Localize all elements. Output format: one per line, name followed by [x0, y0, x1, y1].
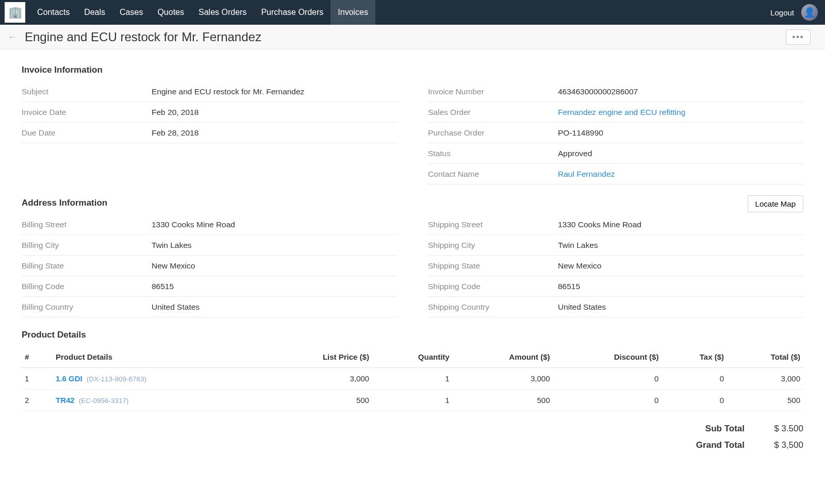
field-row: Billing Street1330 Cooks Mine Road	[22, 214, 397, 235]
nav-deals[interactable]: Deals	[77, 0, 112, 25]
total-value: $ 3,500	[757, 440, 803, 450]
col-discount: Discount ($)	[553, 346, 662, 368]
nav-purchase-orders[interactable]: Purchase Orders	[254, 0, 331, 25]
col-quantity: Quantity	[372, 346, 453, 368]
cell-list: 500	[260, 390, 372, 411]
locate-map-button[interactable]: Locate Map	[748, 195, 803, 212]
total-value: $ 3.500	[757, 424, 803, 434]
field-value[interactable]: Raul Fernandez	[558, 170, 615, 179]
product-code: (EC-0956-3317)	[79, 397, 129, 405]
field-label: Shipping Code	[428, 282, 558, 291]
field-value: United States	[558, 303, 606, 312]
field-value: Feb 20, 2018	[152, 108, 199, 117]
field-label: Billing State	[22, 261, 152, 271]
field-label: Status	[428, 149, 558, 158]
field-row: Contact NameRaul Fernandez	[428, 164, 803, 184]
field-value: Approved	[558, 149, 592, 158]
field-value: 1330 Cooks Mine Road	[152, 220, 235, 229]
field-row: Sales OrderFernandez engine and ECU refi…	[428, 102, 803, 123]
field-label: Invoice Date	[22, 108, 152, 117]
app-logo[interactable]: 🏢	[0, 0, 30, 25]
section-address-info: Address Information	[22, 198, 107, 208]
field-value: New Mexico	[152, 261, 195, 271]
product-link[interactable]: 1.6 GDI	[56, 374, 82, 383]
total-label: Grand Total	[696, 440, 745, 450]
section-product-details: Product Details	[22, 330, 803, 340]
nav-quotes[interactable]: Quotes	[150, 0, 191, 25]
nav-cases[interactable]: Cases	[112, 0, 150, 25]
field-label: Purchase Order	[428, 128, 558, 138]
cell-num: 2	[22, 390, 53, 411]
field-label: Shipping Country	[428, 303, 558, 312]
cell-total: 500	[727, 390, 803, 411]
cell-qty: 1	[372, 390, 453, 411]
field-label: Shipping State	[428, 261, 558, 271]
field-value: Twin Lakes	[558, 241, 598, 250]
table-row: 11.6 GDI(DX-113-909-6783)3,00013,000003,…	[22, 368, 803, 390]
col-total: Total ($)	[727, 346, 803, 368]
nav-tabs: ContactsDealsCasesQuotesSales OrdersPurc…	[30, 0, 375, 25]
table-row: 2TR42(EC-0956-3317)500150000500	[22, 390, 803, 411]
field-label: Billing City	[22, 241, 152, 250]
nav-sales-orders[interactable]: Sales Orders	[191, 0, 254, 25]
field-label: Billing Country	[22, 303, 152, 312]
col-list-price: List Price ($)	[260, 346, 372, 368]
field-row: Billing StateNew Mexico	[22, 256, 397, 276]
cell-product: TR42(EC-0956-3317)	[53, 390, 260, 411]
field-value: 86515	[558, 282, 580, 291]
field-row: SubjectEngine and ECU restock for Mr. Fe…	[22, 81, 397, 102]
field-label: Billing Street	[22, 220, 152, 229]
cell-num: 1	[22, 368, 53, 390]
field-value: New Mexico	[558, 261, 601, 271]
nav-invoices[interactable]: Invoices	[331, 0, 375, 25]
field-label: Invoice Number	[428, 87, 558, 96]
section-invoice-info: Invoice Information	[22, 65, 803, 75]
product-code: (DX-113-909-6783)	[87, 375, 146, 383]
cell-list: 3,000	[260, 368, 372, 390]
field-label: Sales Order	[428, 108, 558, 117]
field-value: Engine and ECU restock for Mr. Fernandez	[152, 87, 304, 96]
field-value: 1330 Cooks Mine Road	[558, 220, 641, 229]
field-row: Due DateFeb 28, 2018	[22, 123, 397, 143]
cell-tax: 0	[662, 368, 727, 390]
cell-discount: 0	[553, 390, 662, 411]
field-row: Shipping StateNew Mexico	[428, 256, 803, 276]
title-bar: ← Engine and ECU restock for Mr. Fernand…	[0, 25, 825, 49]
field-row: Purchase OrderPO-1148990	[428, 123, 803, 143]
field-row: Billing Code86515	[22, 276, 397, 297]
field-label: Subject	[22, 87, 152, 96]
total-row: Grand Total$ 3,500	[22, 437, 803, 453]
back-arrow-icon[interactable]: ←	[4, 29, 21, 45]
product-link[interactable]: TR42	[56, 396, 75, 405]
field-row: Shipping CityTwin Lakes	[428, 235, 803, 256]
nav-contacts[interactable]: Contacts	[30, 0, 77, 25]
field-row: Invoice Number463463000000286007	[428, 81, 803, 102]
col-details: Product Details	[53, 346, 260, 368]
cell-qty: 1	[372, 368, 453, 390]
col-tax: Tax ($)	[662, 346, 727, 368]
top-navbar: 🏢 ContactsDealsCasesQuotesSales OrdersPu…	[0, 0, 825, 25]
field-label: Shipping Street	[428, 220, 558, 229]
cell-amount: 500	[453, 390, 553, 411]
field-label: Shipping City	[428, 241, 558, 250]
cell-product: 1.6 GDI(DX-113-909-6783)	[53, 368, 260, 390]
cell-amount: 3,000	[453, 368, 553, 390]
more-actions-button[interactable]: •••	[786, 29, 811, 45]
field-row: StatusApproved	[428, 143, 803, 164]
col-num: #	[22, 346, 53, 368]
field-value: Feb 28, 2018	[152, 128, 199, 138]
field-row: Billing CityTwin Lakes	[22, 235, 397, 256]
field-row: Invoice DateFeb 20, 2018	[22, 102, 397, 123]
cell-tax: 0	[662, 390, 727, 411]
field-value[interactable]: Fernandez engine and ECU refitting	[558, 108, 685, 117]
field-label: Contact Name	[428, 170, 558, 179]
field-value: United States	[152, 303, 200, 312]
field-value: PO-1148990	[558, 128, 603, 138]
total-row: Sub Total$ 3.500	[22, 421, 803, 437]
field-label: Due Date	[22, 128, 152, 138]
logout-link[interactable]: Logout	[770, 8, 794, 17]
field-row: Shipping Street1330 Cooks Mine Road	[428, 214, 803, 235]
avatar[interactable]: 👤	[801, 4, 818, 21]
field-row: Shipping CountryUnited States	[428, 297, 803, 317]
field-value: Twin Lakes	[152, 241, 192, 250]
